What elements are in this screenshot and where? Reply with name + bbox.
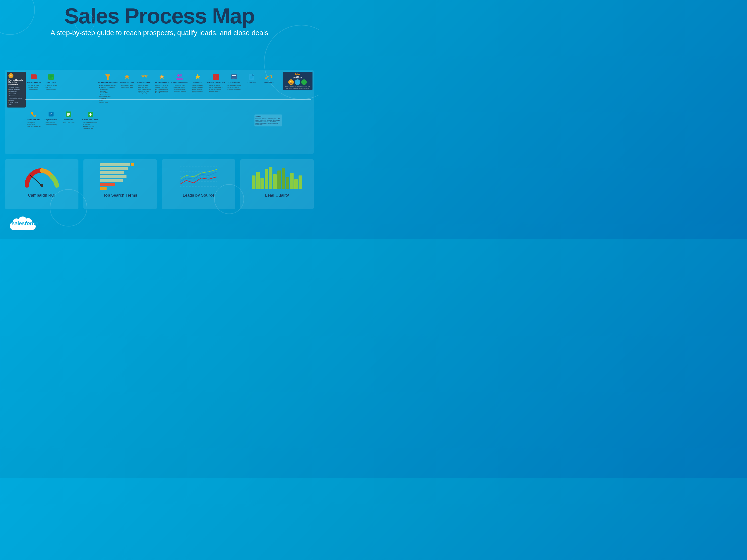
step-open-opportunities: Open Opportunities Monitor opportunity r…: [206, 74, 225, 103]
bar-2: [100, 167, 128, 170]
form-lower-shape: [66, 111, 71, 117]
chart-roi-label: Campaign ROI: [28, 193, 55, 197]
step-notes-duplicate-lead: The 'find duplicates' button searches fo…: [138, 85, 151, 94]
q-bar-5: [269, 167, 273, 189]
step-organic-views: in Organic Views • Social networks • Con…: [42, 111, 60, 129]
salesforce-logo: salesforce®: [7, 214, 37, 234]
sidebar-item-events: Events: [8, 100, 24, 102]
page-subtitle: A step-by-step guide to reach prospects,…: [0, 29, 319, 37]
step-working-leads: Working Leads When you're working a lead…: [153, 74, 171, 103]
step-create-new-leads: Create New Leads • Search for the custom…: [80, 111, 101, 129]
sidebar-item-social-ads: Social Ads: [8, 93, 24, 95]
create-leads-icon: [87, 111, 94, 118]
quality-chart-bars: [250, 164, 305, 189]
step-label-negotiation: Negotiation: [264, 81, 274, 83]
chart-campaign-roi: Campaign ROI: [5, 159, 78, 209]
left-sidebar: ○ Plan and Execute Marketing Campaigns G…: [7, 72, 26, 108]
step-notes-organic-views: • Social networks • Content marketing: [46, 122, 56, 126]
bar-row-5: [100, 179, 140, 182]
form-shape: [48, 74, 54, 80]
svg-point-13: [177, 74, 180, 77]
page-title: Sales Process Map: [0, 5, 319, 27]
svg-rect-24: [232, 77, 236, 77]
bar-5: [100, 179, 123, 182]
step-inbound-calls: Inbound Calls • Yellow pages • Google Ma…: [25, 111, 42, 129]
search-terms-bars: [100, 163, 140, 190]
step-web-form: Web Form • 'Contact me' request • Free t…: [42, 74, 60, 103]
sidebar-icon: ○: [8, 73, 14, 78]
q-bar-8: [282, 168, 285, 189]
step-notes-website-visitors: • Organic web traffic • Address referral…: [28, 85, 39, 90]
svg-point-42: [40, 184, 43, 187]
sidebar-item-content: Content Marketing: [8, 97, 24, 99]
step-web-form-lower: Web Form • Have a book-a-offer: [60, 111, 77, 129]
step-label-proposal: Proposal: [248, 81, 256, 83]
charts-area: Campaign ROI: [5, 159, 314, 209]
gauge-visual: [22, 162, 62, 192]
step-label-inbound-calls: Inbound Calls: [27, 118, 40, 121]
step-notes-presentation: Find a business process that fits your p…: [227, 85, 241, 90]
bar-row-4: [100, 175, 140, 178]
step-negotiation: Negotiation: [260, 74, 278, 103]
web-form-lower-icon: [65, 111, 72, 118]
support-title: Support: [256, 115, 281, 117]
step-label-establish-contact: Establish Contact?: [171, 81, 188, 83]
step-proposal: Proposal: [243, 74, 260, 103]
svg-rect-18: [213, 74, 216, 77]
web-form-icon: [47, 74, 55, 80]
open-opps-icon: [212, 74, 220, 80]
svg-point-31: [271, 76, 273, 78]
trophy-icon: 🏆: [288, 79, 294, 85]
new-customers-desc: Keep an archive of closed opportunities.…: [284, 86, 311, 89]
chart-top-search-terms: Top Search Terms: [83, 159, 157, 209]
q-bar-2: [256, 172, 260, 189]
bar-row-1: [100, 163, 140, 166]
step-notes-establish-contact: It is becoming more difficult than ever …: [174, 85, 186, 92]
step-marketing-automation: Marketing Automation • Set up auto-respo…: [97, 74, 118, 103]
bar-row-6: [100, 183, 140, 186]
step-label-web-form-lower: Web Form: [64, 118, 73, 121]
bar-row-2: [100, 167, 140, 170]
chart-leads-label: Leads by Source: [182, 193, 214, 197]
sidebar-title: Plan and Execute Marketing Campaigns: [8, 79, 24, 85]
quality-bars-visual: [257, 162, 297, 192]
step-notes-create-new-leads: • Search for the customer in Salesforce …: [83, 122, 97, 129]
step-label-marketing-automation: Marketing Automation: [98, 81, 118, 83]
support-desc: Salesforce gives your entire company a 3…: [256, 118, 281, 126]
q-bar-3: [260, 178, 264, 189]
svg-point-16: [179, 78, 183, 80]
q-bar-4: [265, 169, 268, 189]
svg-rect-1: [33, 78, 34, 79]
svg-marker-7: [105, 74, 110, 80]
q-bar-9: [286, 177, 289, 189]
step-presentation: Presentation Find a business process tha…: [225, 74, 243, 103]
step-label-open-opportunities: Open Opportunities: [207, 81, 225, 83]
step-duplicate-lead: Duplicate Lead? The 'find duplicates' bu…: [136, 74, 153, 103]
step-label-web-form: Web Form: [47, 81, 56, 83]
negotiation-icon: [265, 74, 273, 80]
step-label-presentation: Presentation: [229, 81, 240, 83]
bar-chart-visual: [100, 162, 140, 192]
monitor-shape: [31, 74, 36, 79]
bar-3: [100, 171, 124, 174]
sales-label: Sales: [284, 73, 311, 75]
svg-marker-8: [124, 74, 130, 79]
svg-marker-9: [141, 74, 145, 78]
step-label-my-open-leads: My Open Leads: [120, 81, 134, 83]
step-website-visitors: Website Visitors • Organic web traffic •…: [25, 74, 42, 103]
new-customers-icons: 🏆 ○ ≡: [284, 79, 311, 85]
sidebar-item-partners: Partners: [8, 95, 24, 97]
linkedin-icon: in: [47, 111, 55, 118]
svg-marker-10: [144, 74, 148, 78]
q-bar-10: [290, 173, 293, 189]
monitor-icon: [30, 74, 37, 80]
bar-row-3: [100, 171, 140, 174]
process-map: ○ Plan and Execute Marketing Campaigns G…: [5, 70, 314, 154]
svg-rect-25: [232, 78, 235, 78]
svg-rect-19: [216, 74, 219, 77]
sidebar-item-trade-shows: Trade Shows: [8, 102, 24, 104]
sidebar-item-pr: PR: [8, 104, 24, 106]
step-qualified: Qualified? Create qualification question…: [189, 74, 206, 103]
step-notes-inbound-calls: • Yellow pages • Google Maps • Word of m…: [27, 122, 41, 128]
svg-rect-21: [216, 77, 219, 80]
